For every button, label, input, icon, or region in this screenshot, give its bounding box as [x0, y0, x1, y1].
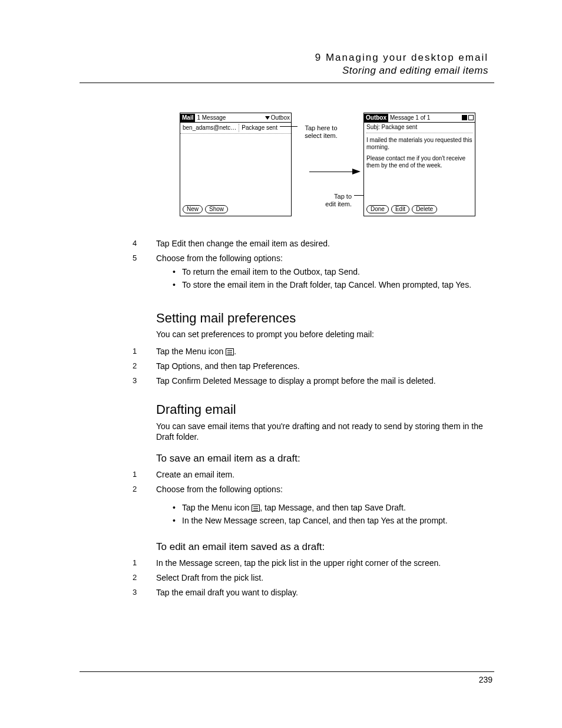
step: 3 Tap Confirm Deleted Message to display…	[133, 375, 494, 387]
step-text: Tap Confirm Deleted Message to display a…	[156, 375, 494, 387]
step-number: 1	[133, 346, 156, 357]
step-number: 2	[133, 484, 156, 495]
step-number: 1	[133, 558, 156, 568]
app-chip: Mail	[180, 114, 195, 122]
callout-edit: Tap to edit item.	[322, 193, 352, 208]
folder-label: Outbox	[271, 114, 290, 122]
step-text-part: Tap the Menu icon	[156, 347, 226, 356]
menu-icon	[226, 348, 234, 355]
done-button[interactable]: Done	[366, 205, 389, 213]
section-intro: You can save email items that you're dra…	[156, 421, 494, 443]
mail-list-row[interactable]: ben_adams@netc… Package sent	[180, 123, 291, 134]
step-lead: Choose from the following options:	[156, 484, 494, 495]
show-button[interactable]: Show	[205, 205, 228, 213]
button-bar: Done Edit Delete	[366, 205, 437, 213]
palm-screen-message-view: Outbox Message 1 of 1 Subj: Package sent…	[363, 113, 475, 216]
app-chip: Outbox	[364, 114, 388, 122]
heading-setting-mail-preferences: Setting mail preferences	[156, 309, 494, 327]
chapter-title: 9 Managing your desktop email	[80, 52, 488, 64]
delete-button[interactable]: Delete	[412, 205, 437, 213]
step-number: 3	[133, 375, 156, 386]
step: 3 Tap the email draft you want to displa…	[133, 587, 494, 598]
body-content: Mail 1 Message Outbox ben_adams@netc… Pa…	[156, 113, 494, 598]
chevron-down-icon	[265, 116, 270, 120]
nav-next-icon[interactable]	[468, 115, 474, 120]
step: 2 Choose from the following options: •Ta…	[133, 484, 494, 531]
message-body: Subj: Package sent I mailed the material…	[364, 123, 475, 171]
step-text: Choose from the following options: •To r…	[156, 253, 494, 295]
step-text: Choose from the following options: •Tap …	[156, 484, 494, 531]
titlebar: Mail 1 Message Outbox	[180, 113, 291, 123]
bullet-text: To return the email item to the Outbox, …	[182, 266, 360, 278]
section-intro: You can set preferences to prompt you be…	[156, 329, 494, 340]
step-number: 4	[133, 238, 156, 249]
subj-label: Subj:	[366, 124, 380, 130]
step: 4 Tap Edit then change the email item as…	[133, 238, 494, 249]
step: 1 In the Message screen, tap the pick li…	[133, 558, 494, 569]
palm-screen-mail-list: Mail 1 Message Outbox ben_adams@netc… Pa…	[180, 113, 292, 216]
bullet-text: Tap the Menu icon , tap Message, and the…	[182, 502, 406, 513]
new-button[interactable]: New	[183, 205, 203, 213]
step-number: 2	[133, 572, 156, 583]
step: 5 Choose from the following options: •To…	[133, 253, 494, 295]
heading-edit-draft: To edit an email item saved as a draft:	[156, 541, 494, 554]
arrow-right-icon	[352, 169, 361, 174]
step-text: Tap the Menu icon .	[156, 346, 494, 357]
running-head: 9 Managing your desktop email Storing an…	[80, 52, 488, 77]
edit-button[interactable]: Edit	[391, 205, 409, 213]
heading-save-draft: To save an email item as a draft:	[156, 452, 494, 466]
step-lead: Choose from the following options:	[156, 253, 494, 264]
msg-count: 1 Message	[197, 114, 226, 122]
step-number: 1	[133, 469, 156, 480]
step-text: Tap Edit then change the email item as d…	[156, 238, 494, 249]
bullet-text: To store the email item in the Draft fol…	[182, 279, 471, 291]
msg-index: Message 1 of 1	[390, 114, 430, 122]
section-title: Storing and editing email items	[80, 65, 488, 77]
step: 2 Tap Options, and then tap Preferences.	[133, 361, 494, 372]
titlebar: Outbox Message 1 of 1	[364, 113, 475, 123]
step: 2 Select Draft from the pick list.	[133, 572, 494, 584]
body-para: Please contact me if you don't receive t…	[366, 155, 472, 170]
step: 1 Tap the Menu icon .	[133, 346, 494, 357]
nav-prev-icon[interactable]	[462, 115, 467, 120]
bullet-text: In the New Message screen, tap Cancel, a…	[182, 515, 448, 526]
body-para: I mailed the materials you requested thi…	[366, 137, 472, 151]
step-text: Create an email item.	[156, 469, 494, 480]
leader-line	[280, 126, 297, 127]
step-text-part: .	[234, 347, 236, 356]
page: 9 Managing your desktop email Storing an…	[0, 0, 562, 728]
menu-icon	[252, 505, 260, 512]
step-number: 5	[133, 253, 156, 263]
leader-line	[309, 172, 353, 172]
step-text: In the Message screen, tap the pick list…	[156, 558, 494, 569]
step-number: 3	[133, 587, 156, 598]
subj-value: Package sent	[382, 124, 418, 130]
header-rule	[80, 83, 494, 83]
step-number: 2	[133, 361, 156, 371]
folder-picker[interactable]: Outbox	[265, 114, 291, 122]
button-bar: New Show	[183, 205, 228, 213]
page-number: 239	[479, 675, 492, 684]
row-sender: ben_adams@netc…	[183, 124, 239, 132]
step-text: Tap the email draft you want to display.	[156, 587, 494, 598]
heading-drafting-email: Drafting email	[156, 401, 494, 419]
step-text: Tap Options, and then tap Preferences.	[156, 361, 494, 372]
step-text: Select Draft from the pick list.	[156, 572, 494, 584]
callout-select: Tap here to select item.	[297, 124, 345, 140]
figure: Mail 1 Message Outbox ben_adams@netc… Pa…	[180, 113, 494, 228]
row-subject: Package sent	[242, 124, 277, 132]
step: 1 Create an email item.	[133, 469, 494, 480]
footer-rule	[80, 671, 494, 672]
